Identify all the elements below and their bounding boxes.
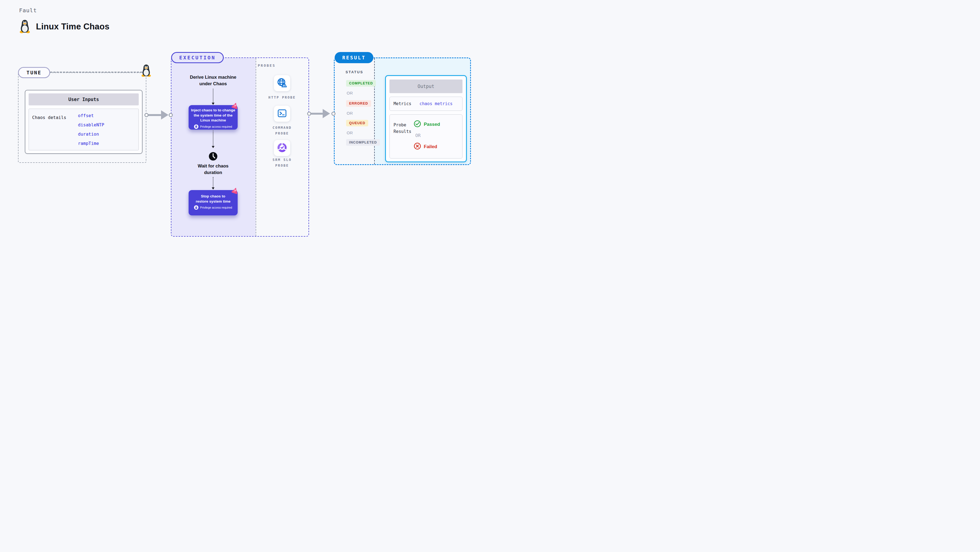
flow-dotted-line — [213, 131, 213, 146]
probes-section-label: PROBES — [258, 63, 275, 68]
output-title: Output — [390, 79, 463, 93]
or-separator: OR — [347, 91, 353, 95]
chaos-detail-value-disablentp: disableNTP — [78, 121, 104, 130]
or-separator: OR — [347, 111, 353, 116]
privilege-badge: Privilege access required — [190, 124, 236, 129]
x-circle-icon — [414, 143, 421, 151]
http-probe-label: HTTP PROBE — [263, 95, 301, 100]
execution-probes-divider — [256, 58, 256, 236]
terminal-icon — [277, 108, 287, 119]
page-title: Linux Time Chaos — [36, 22, 110, 32]
flow-dotted-line — [213, 89, 213, 102]
failed-label: Failed — [424, 144, 437, 149]
privilege-label: Privilege access required — [200, 206, 232, 209]
connector-node — [169, 113, 173, 117]
status-title: STATUS — [345, 70, 363, 74]
probe-results-row: Probe Results Passed OR — [390, 114, 463, 159]
connector-node — [307, 112, 311, 116]
chaos-logo-icon — [231, 187, 239, 194]
metrics-row: Metrics chaos metrics — [390, 97, 463, 111]
metrics-label: Metrics — [393, 101, 411, 106]
status-badge-completed: COMPLETED — [346, 80, 376, 87]
status-badge-incompleted: INCOMPLETED — [346, 139, 380, 146]
stop-step-label: Stop chaos to restore system time — [190, 194, 236, 204]
flow-arrowhead-icon — [212, 103, 215, 105]
chaos-detail-value-ramptime: rampTime — [78, 140, 104, 149]
output-card: Output Metrics chaos metrics Probe Resul… — [385, 75, 467, 162]
arrow-shaft — [148, 114, 162, 116]
or-separator: OR — [415, 133, 440, 138]
privilege-label: Privilege access required — [200, 125, 232, 128]
chaos-detail-value-duration: duration — [78, 130, 104, 140]
arrow-shaft — [311, 113, 323, 115]
chaos-details-label: Chaos details — [32, 115, 66, 120]
flow-arrowhead-icon — [212, 146, 215, 148]
command-probe-label: COMMAND PROBE — [263, 125, 301, 136]
check-circle-icon — [414, 120, 421, 128]
srm-slo-probe-card — [274, 140, 290, 156]
inject-chaos-card: Inject chaos to to change the system tim… — [189, 105, 238, 130]
derive-step-label: Derive Linux machine under Chaos — [183, 74, 243, 87]
arrow-head-icon — [323, 109, 330, 118]
connector-node — [331, 112, 336, 116]
globe-alert-icon — [277, 77, 288, 89]
chaos-logo-icon — [231, 102, 239, 109]
lock-icon — [194, 205, 199, 210]
chaos-detail-value-offset: offset — [78, 112, 104, 121]
srm-slo-probe-label: SRM SLO PROBE — [263, 157, 301, 168]
wait-step-label: Wait for chaos duration — [183, 163, 243, 176]
connector-node — [145, 113, 148, 117]
privilege-badge: Privilege access required — [190, 205, 236, 210]
metrics-value: chaos metrics — [419, 101, 452, 106]
clock-icon — [208, 152, 218, 162]
tune-pill: TUNE — [18, 67, 50, 78]
passed-label: Passed — [424, 122, 440, 127]
status-badge-errored: ERRORED — [346, 100, 371, 107]
lock-icon — [194, 124, 199, 129]
slo-pie-icon — [277, 142, 288, 154]
tux-connector-icon — [141, 64, 151, 78]
user-inputs-body: Chaos details offset disableNTP duration… — [29, 109, 139, 150]
stop-chaos-card: Stop chaos to restore system time Privil… — [189, 190, 238, 216]
flow-dotted-line — [213, 177, 213, 187]
tux-logo-icon — [19, 20, 30, 34]
arrow-head-icon — [161, 110, 169, 119]
execution-pill: EXECUTION — [171, 52, 224, 63]
user-inputs-title: User Inputs — [29, 94, 139, 105]
or-separator: OR — [347, 130, 353, 135]
flow-arrowhead-icon — [212, 187, 215, 190]
status-badge-queued: QUEUED — [346, 120, 368, 126]
inject-step-label: Inject chaos to to change the system tim… — [190, 108, 236, 123]
probe-results-label: Probe Results — [393, 122, 411, 135]
tune-connector-line — [50, 71, 142, 73]
result-pill: RESULT — [335, 52, 373, 63]
command-probe-card — [274, 106, 290, 122]
status-output-divider — [374, 58, 375, 164]
user-inputs-card: User Inputs Chaos details offset disable… — [25, 90, 143, 154]
http-probe-card — [274, 75, 290, 91]
fault-kicker: Fault — [19, 7, 37, 14]
